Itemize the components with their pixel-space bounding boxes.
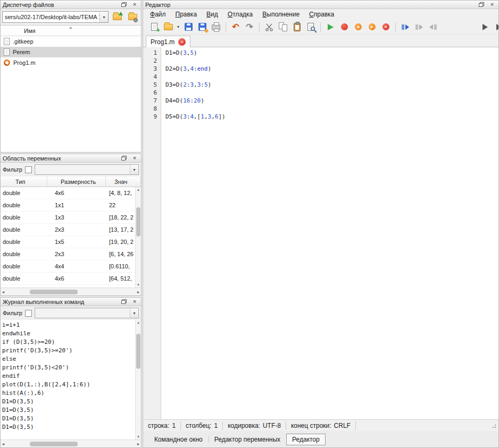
history-command[interactable]: D1=D(3,5) (1, 415, 135, 423)
scroll-up-icon[interactable]: ▴ (137, 188, 139, 192)
variable-row[interactable]: double2x3[6, 14, 26 (1, 248, 141, 260)
open-file-button[interactable] (161, 21, 175, 33)
vertical-scrollbar[interactable]: ▴ ▾ (135, 320, 141, 439)
undock-icon[interactable] (120, 1, 128, 8)
redo-button[interactable]: ↷ (243, 21, 256, 33)
undock-icon[interactable] (120, 298, 128, 305)
chevron-down-icon[interactable]: ▾ (130, 308, 138, 318)
code-line[interactable] (165, 89, 498, 97)
history-command[interactable]: D1=D(3,5) (1, 406, 135, 415)
filter-checkbox[interactable] (25, 166, 32, 173)
horizontal-scrollbar[interactable]: ◂ ▸ (1, 439, 141, 447)
history-command[interactable]: printf('D(3,5)<20') (1, 364, 135, 372)
history-command[interactable]: if (D(3,5)>=20) (1, 338, 135, 346)
close-icon[interactable]: × (130, 1, 139, 8)
filter-checkbox[interactable] (25, 310, 32, 317)
undo-button[interactable]: ↶ (229, 21, 243, 33)
scrollbar-thumb[interactable] (30, 442, 78, 446)
scrollbar-thumb[interactable] (136, 334, 140, 369)
code-line[interactable]: D3=D(2:3,3:5) (165, 81, 498, 89)
code-line[interactable] (165, 73, 498, 81)
menu-item-5[interactable]: Выполнение (257, 10, 304, 19)
scroll-left-icon[interactable]: ◂ (2, 442, 4, 446)
code-editor[interactable]: 123456789 D1=D(3,5) D2=D(3,4:end) D3=D(2… (143, 47, 498, 419)
undock-icon[interactable] (120, 155, 128, 162)
scroll-down-icon[interactable]: ▾ (137, 435, 139, 439)
file-row[interactable]: Perem (1, 47, 141, 57)
history-command[interactable]: plot(D(1,:),B([2,4],1:6)) (1, 381, 135, 389)
paste-button[interactable] (290, 21, 304, 33)
folder-actions-button[interactable] (126, 11, 139, 23)
step-button[interactable] (398, 21, 412, 33)
code-line[interactable] (165, 105, 498, 113)
filter-combobox[interactable]: ▾ (35, 308, 139, 318)
code-line[interactable]: D2=D(3,4:end) (165, 65, 498, 73)
cut-button[interactable] (262, 21, 276, 33)
bottom-tab-1[interactable]: Командное окно (148, 434, 209, 445)
scrollbar-thumb[interactable] (30, 290, 78, 294)
code-area[interactable]: D1=D(3,5) D2=D(3,4:end) D3=D(2:3,3:5) D4… (161, 47, 498, 419)
copy-button[interactable] (276, 21, 290, 33)
close-icon[interactable]: × (130, 298, 139, 305)
undock-icon[interactable] (477, 1, 486, 8)
variable-row[interactable]: double1x5[19, 20, 2 (1, 236, 141, 248)
step-out-button[interactable] (426, 21, 440, 33)
menu-item-6[interactable]: Справка (304, 10, 339, 19)
save-button[interactable] (181, 21, 195, 33)
path-combobox[interactable]: sers/u202-17/Desktop/it-labs/TEMA 1 ▾ (2, 11, 109, 23)
toggle-breakpoint-button[interactable] (337, 21, 351, 33)
scrollbar-thumb[interactable] (136, 207, 140, 236)
scroll-down-icon[interactable]: ▾ (137, 283, 139, 287)
variable-row[interactable]: double4x4[0.6110, (1, 260, 141, 273)
scroll-right-icon[interactable]: ▸ (137, 290, 139, 294)
code-line[interactable]: D4=D(16:20) (165, 97, 498, 105)
continue-button[interactable] (478, 21, 492, 33)
folder-up-button[interactable] (110, 11, 124, 23)
open-file-dropdown[interactable]: ▾ (175, 21, 181, 33)
toolbar-overflow-button[interactable] (492, 21, 498, 33)
variable-row[interactable]: double1x122 (1, 199, 141, 212)
menu-item-1[interactable]: Файл (145, 10, 171, 19)
vertical-scrollbar[interactable]: ▴ ▾ (135, 187, 141, 288)
history-command[interactable]: endif (1, 372, 135, 381)
history-command[interactable]: hist(A(:),6) (1, 389, 135, 398)
save-as-button[interactable] (195, 21, 209, 33)
new-script-button[interactable]: + (147, 21, 161, 33)
previous-breakpoint-button[interactable]: ◂ (351, 21, 365, 33)
chevron-down-icon[interactable]: ▾ (130, 165, 138, 174)
history-command[interactable]: D1=D(3,5) (1, 398, 135, 406)
find-replace-button[interactable] (304, 21, 318, 33)
code-line[interactable] (165, 57, 498, 65)
bottom-tab-3[interactable]: Редактор (286, 434, 326, 445)
tab-close-icon[interactable]: × (178, 38, 186, 46)
menu-item-4[interactable]: Отладка (223, 10, 257, 19)
run-button[interactable] (323, 21, 337, 33)
code-line[interactable]: D5=D(3:4,[1,3,6]) (165, 113, 498, 121)
variables-table-header[interactable]: Тип Размерность Знач (1, 176, 141, 187)
horizontal-scrollbar[interactable]: ◂ ▸ (1, 288, 141, 295)
bottom-tab-2[interactable]: Редактор переменных (209, 434, 286, 445)
chevron-down-icon[interactable]: ▾ (99, 12, 108, 22)
remove-all-breakpoints-button[interactable]: × (379, 21, 393, 33)
code-line[interactable]: D1=D(3,5) (165, 49, 498, 57)
scroll-left-icon[interactable]: ◂ (2, 290, 4, 294)
file-row[interactable]: Prog1.m (1, 57, 141, 68)
history-command[interactable]: D1=D(3,5) (1, 423, 135, 432)
close-icon[interactable]: × (130, 155, 139, 162)
file-list-header[interactable]: Имя (1, 26, 141, 36)
resize-grip[interactable] (491, 423, 496, 428)
scroll-right-icon[interactable]: ▸ (137, 442, 139, 446)
tab-prog1[interactable]: Prog1.m × (146, 36, 190, 47)
variable-row[interactable]: double1x3[18, 22, 2 (1, 212, 141, 224)
variable-row[interactable]: double4x6[64, 512, (1, 273, 141, 285)
dimension-column-header[interactable]: Размерность (47, 176, 106, 187)
print-button[interactable] (209, 21, 223, 33)
type-column-header[interactable]: Тип (1, 176, 47, 187)
history-command[interactable]: else (1, 355, 135, 364)
variable-row[interactable]: double4x6[4, 8, 12, (1, 187, 141, 199)
step-in-button[interactable] (412, 21, 426, 33)
close-icon[interactable]: × (488, 1, 496, 8)
value-column-header[interactable]: Знач (106, 176, 141, 187)
variable-row[interactable]: double2x3[13, 17, 2 (1, 224, 141, 236)
menu-item-3[interactable]: Вид (202, 10, 223, 19)
